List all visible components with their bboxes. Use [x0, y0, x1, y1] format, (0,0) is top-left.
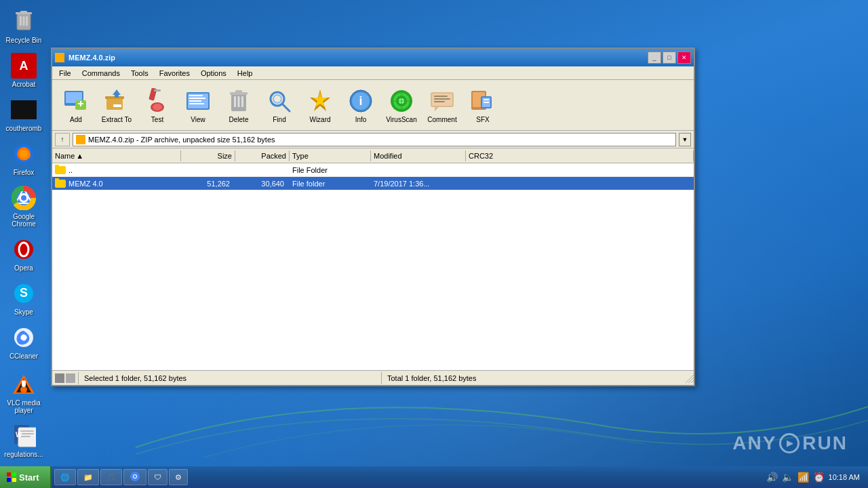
toolbar-virusscan-button[interactable]: VirusScan	[382, 83, 421, 127]
system-tray: 🔊 🔈 📶 ⏰ 10:18 AM	[761, 472, 868, 483]
svg-rect-26	[20, 433, 34, 434]
toolbar-info-button[interactable]: i Info	[341, 83, 380, 127]
virusscan-label: VirusScan	[386, 116, 416, 123]
desktop-icon-recycle-bin[interactable]: Recycle Bin	[2, 5, 45, 47]
col-header-crc32[interactable]: CRC32	[466, 150, 694, 161]
svg-rect-83	[7, 472, 11, 476]
status-icons	[52, 373, 78, 383]
network-icon[interactable]: 🔊	[766, 472, 778, 483]
menu-bar: File Commands Tools Favorites Options He…	[52, 66, 694, 80]
file-crc32-cell	[466, 169, 694, 171]
col-header-modified[interactable]: Modified	[371, 150, 466, 161]
taskbar-explorer[interactable]: 📁	[77, 469, 99, 485]
file-list-container[interactable]: Name ▲ Size Packed Type Modified CRC32	[52, 148, 694, 370]
svg-rect-86	[12, 478, 16, 482]
menu-options[interactable]: Options	[197, 68, 231, 79]
find-icon	[266, 87, 293, 115]
svg-text:i: i	[359, 94, 362, 108]
svg-rect-46	[189, 100, 201, 102]
anyrun-text-run: RUN	[802, 432, 848, 454]
svg-rect-85	[7, 478, 11, 482]
google-chrome-label: Google Chrome	[3, 213, 44, 228]
toolbar-extract-button[interactable]: Extract To	[97, 83, 136, 127]
address-dropdown[interactable]: ▼	[679, 133, 691, 146]
toolbar-delete-button[interactable]: Delete	[219, 83, 258, 127]
col-header-name[interactable]: Name ▲	[52, 150, 181, 161]
clock-time: 10:18 AM	[829, 473, 860, 481]
toolbar-add-button[interactable]: Add	[56, 83, 96, 127]
desktop-icon-google-chrome[interactable]: Google Chrome	[2, 182, 45, 230]
volume-icon[interactable]: 🔈	[782, 472, 793, 483]
col-header-size[interactable]: Size	[181, 150, 235, 161]
desktop-icon-coutheromb[interactable]: coutheromb	[2, 94, 45, 135]
menu-favorites[interactable]: Favorites	[155, 68, 194, 79]
toolbar-sfx-button[interactable]: SFX	[463, 83, 502, 127]
menu-commands[interactable]: Commands	[78, 68, 124, 79]
desktop-icon-ccleaner[interactable]: CCleaner	[2, 321, 45, 363]
toolbar-comment-button[interactable]: Comment	[422, 83, 462, 127]
maximize-button[interactable]: □	[663, 52, 676, 64]
svg-rect-51	[241, 96, 243, 107]
taskbar-media[interactable]: 🎵	[100, 469, 122, 485]
defender-icon: 🛡	[154, 473, 161, 481]
menu-tools[interactable]: Tools	[127, 68, 153, 79]
opera-icon	[10, 236, 37, 263]
vlc-label: VLC media player	[3, 399, 44, 414]
svg-rect-53	[235, 90, 242, 93]
svg-point-89	[134, 475, 136, 478]
toolbar-test-button[interactable]: Test	[138, 83, 177, 127]
status-resize-handle[interactable]	[684, 373, 694, 383]
taskbar-defender[interactable]: 🛡	[148, 469, 167, 485]
file-modified-cell	[371, 169, 466, 171]
svg-point-56	[273, 95, 281, 103]
info-icon: i	[347, 87, 374, 115]
desktop-icon-acrobat[interactable]: A Acrobat	[2, 49, 45, 91]
vlc-icon	[10, 371, 37, 398]
status-left: Selected 1 folder, 51,162 bytes	[79, 374, 381, 382]
menu-file[interactable]: File	[55, 68, 75, 79]
address-text: MEMZ.4.0.zip - ZIP archive, unpacked siz…	[88, 136, 673, 144]
file-size-cell: 51,262	[181, 178, 235, 189]
table-row[interactable]: .. File Folder	[52, 163, 694, 177]
desktop-icon-word[interactable]: W regulations...	[2, 420, 45, 461]
title-controls: _ □ ✕	[648, 52, 691, 64]
taskbar-net-icon[interactable]: 📶	[797, 472, 809, 483]
ie-icon: 🌐	[60, 473, 70, 482]
menu-help[interactable]: Help	[233, 68, 257, 79]
table-row[interactable]: MEMZ 4.0 51,262 30,640 File folder 7/19/…	[52, 177, 694, 190]
desktop-icon-firefox[interactable]: Firefox	[2, 138, 45, 179]
close-button[interactable]: ✕	[677, 52, 691, 64]
word-label: regulations...	[4, 451, 43, 458]
taskbar-taskmgr[interactable]: ⚙	[169, 469, 188, 485]
status-right: Total 1 folder, 51,162 bytes	[382, 374, 684, 382]
file-list-header: Name ▲ Size Packed Type Modified CRC32	[52, 148, 694, 163]
svg-rect-79	[484, 102, 489, 103]
extract-to-icon	[103, 87, 130, 115]
extract-to-label: Extract To	[102, 116, 132, 123]
toolbar-view-button[interactable]: View	[178, 83, 218, 127]
taskbar: Start 🌐 📁 🎵 🛡 ⚙ 🔊	[0, 466, 868, 488]
toolbar-wizard-button[interactable]: Wizard	[300, 83, 340, 127]
col-header-type[interactable]: Type	[290, 150, 371, 161]
view-label: View	[191, 116, 205, 123]
taskbar-chrome[interactable]	[123, 469, 146, 485]
svg-rect-45	[189, 98, 205, 99]
explorer-icon: 📁	[83, 473, 93, 482]
start-button[interactable]: Start	[0, 466, 52, 488]
up-button[interactable]: ↑	[55, 133, 70, 146]
anyrun-play-icon	[779, 433, 800, 453]
start-label: Start	[19, 472, 39, 483]
clock: 10:18 AM	[829, 472, 863, 482]
minimize-button[interactable]: _	[648, 52, 661, 64]
desktop-icon-vlc[interactable]: VLC media player	[2, 368, 45, 417]
anyrun-watermark: ANY RUN	[732, 432, 848, 454]
svg-rect-41	[154, 89, 161, 92]
taskbar-ie[interactable]: 🌐	[54, 469, 76, 485]
svg-rect-78	[484, 99, 489, 100]
toolbar-find-button[interactable]: Find	[260, 83, 299, 127]
col-header-packed[interactable]: Packed	[235, 150, 290, 161]
window-title: MEMZ.4.0.zip	[68, 54, 115, 62]
desktop-icon-opera[interactable]: Opera	[2, 233, 45, 274]
desktop-icon-skype[interactable]: S Skype	[2, 277, 45, 319]
svg-rect-1	[20, 16, 22, 26]
